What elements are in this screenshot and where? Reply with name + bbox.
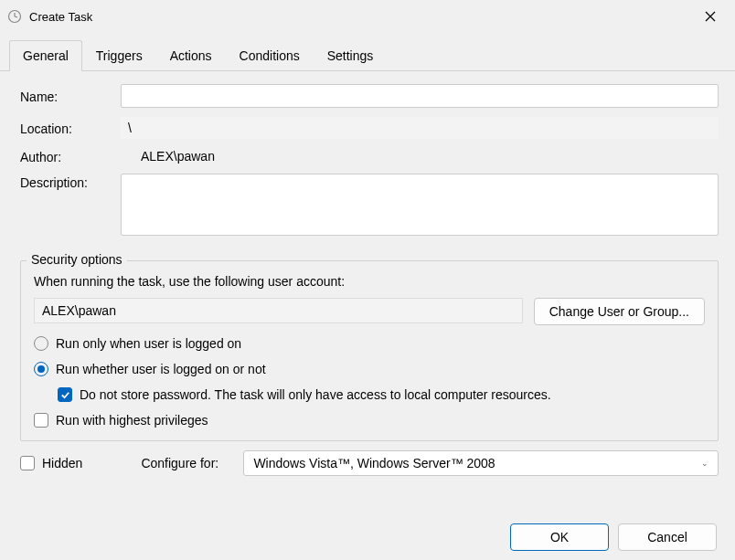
location-label: Location: [20,120,121,136]
author-label: Author: [20,148,121,164]
svg-line-2 [15,16,17,17]
location-value: \ [121,117,719,139]
tabstrip: General Triggers Actions Conditions Sett… [0,40,735,71]
checkbox-do-not-store-password[interactable] [58,387,72,402]
task-scheduler-icon [7,9,22,24]
description-label: Description: [20,174,121,190]
chevron-down-icon: ⌄ [701,459,708,468]
checkbox-hidden-label: Hidden [42,456,82,470]
radio-run-logged-on[interactable] [34,336,48,351]
tabpane-general: Name: Location: \ Author: ALEX\pawan Des… [0,71,735,514]
author-value: ALEX\pawan [121,149,719,164]
checkbox-run-highest-privileges-label: Run with highest privileges [56,413,208,428]
create-task-window: Create Task General Triggers Actions Con… [0,0,735,560]
user-account-display: ALEX\pawan [34,298,523,323]
titlebar: Create Task [0,0,735,33]
tab-general[interactable]: General [9,40,82,71]
description-input[interactable] [121,174,719,236]
checkbox-hidden[interactable] [20,456,35,470]
tab-triggers[interactable]: Triggers [82,40,156,71]
security-options-group: Security options When running the task, … [20,260,719,441]
checkbox-run-highest-privileges[interactable] [34,413,48,428]
radio-run-logged-or-not[interactable] [34,362,48,376]
dialog-footer: OK Cancel [0,514,735,560]
name-label: Name: [20,88,121,104]
configure-for-select[interactable]: Windows Vista™, Windows Server™ 2008 ⌄ [243,450,719,476]
security-options-legend: Security options [27,252,127,267]
radio-run-logged-or-not-label: Run whether user is logged on or not [56,362,266,376]
name-input[interactable] [121,84,719,108]
security-caption: When running the task, use the following… [34,274,705,289]
ok-button[interactable]: OK [510,523,609,551]
close-icon[interactable] [697,4,724,29]
checkbox-do-not-store-password-label: Do not store password. The task will onl… [80,387,551,402]
radio-run-logged-on-label: Run only when user is logged on [56,336,241,351]
window-title: Create Task [29,10,697,24]
tab-conditions[interactable]: Conditions [226,40,314,71]
tab-settings[interactable]: Settings [314,40,388,71]
configure-for-label: Configure for: [141,456,232,470]
change-user-or-group-button[interactable]: Change User or Group... [534,298,705,325]
tab-actions[interactable]: Actions [156,40,226,71]
configure-for-value: Windows Vista™, Windows Server™ 2008 [253,456,495,470]
cancel-button[interactable]: Cancel [618,523,717,551]
